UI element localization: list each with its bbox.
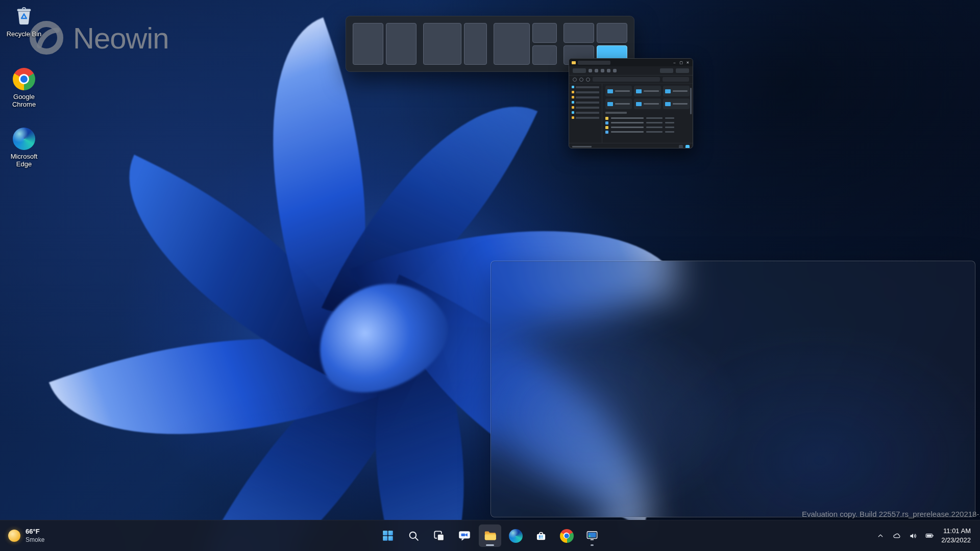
mini-command-bar	[569, 66, 693, 76]
mini-folder-tile[interactable]	[634, 86, 660, 96]
weather-temperature: 66°F	[26, 528, 40, 536]
snap-cell[interactable]	[494, 23, 530, 65]
search-icon	[407, 530, 420, 542]
nav-item[interactable]	[572, 101, 599, 104]
bloom-petal	[49, 272, 394, 501]
taskbar-center-icons	[377, 520, 603, 551]
desktop-icon-label: Google Chrome	[3, 93, 45, 109]
running-app-indicator	[591, 544, 594, 546]
snap-cell[interactable]	[597, 23, 627, 43]
file-explorer-icon	[483, 529, 497, 543]
start-icon	[381, 529, 395, 542]
sort-button[interactable]	[660, 68, 673, 73]
snap-cell[interactable]	[564, 23, 594, 43]
search-box[interactable]	[663, 77, 689, 82]
battery-icon	[925, 531, 934, 541]
screenshot-tool-button[interactable]	[581, 524, 603, 547]
nav-item[interactable]	[572, 86, 599, 88]
new-button[interactable]	[573, 68, 586, 73]
mini-file-row[interactable]	[605, 116, 690, 120]
mini-file-row[interactable]	[605, 125, 690, 130]
file-explorer-mini-window[interactable]: – ▢ ✕	[569, 58, 693, 148]
evaluation-watermark: Evaluation copy. Build 22557.rs_prerelea…	[802, 510, 980, 518]
snap-layout-left-with-stack	[494, 23, 557, 65]
back-icon[interactable]	[573, 78, 577, 82]
volume-button[interactable]	[905, 525, 921, 546]
taskbar-clock[interactable]: 11:01 AM 2/23/2022	[938, 527, 974, 544]
view-button[interactable]	[676, 68, 689, 73]
mini-scrollbar[interactable]	[690, 88, 692, 114]
close-button[interactable]: ✕	[685, 60, 690, 65]
mini-folder-tile[interactable]	[634, 98, 660, 109]
weather-widget[interactable]: 66°F Smoke	[0, 520, 53, 551]
nav-item[interactable]	[572, 111, 599, 114]
mini-section-label	[605, 112, 627, 114]
maximize-button[interactable]: ▢	[679, 60, 683, 65]
chrome-icon	[13, 68, 35, 90]
task-view-icon	[433, 530, 446, 542]
recycle-bin-icon	[12, 4, 36, 28]
nav-item[interactable]	[572, 106, 599, 109]
snap-cell[interactable]	[464, 23, 486, 65]
mini-address-bar	[569, 76, 693, 84]
neowin-logo: Neowin	[28, 19, 168, 56]
desktop-icon-microsoft-edge[interactable]: Microsoft Edge	[2, 128, 46, 168]
snap-cell[interactable]	[532, 23, 557, 43]
tiles-view-icon[interactable]	[685, 145, 690, 149]
delete-icon[interactable]	[613, 69, 617, 72]
desktop-icon-google-chrome[interactable]: Google Chrome	[2, 68, 46, 109]
mini-titlebar[interactable]: – ▢ ✕	[569, 59, 693, 66]
mini-folder-tile[interactable]	[663, 98, 690, 109]
bloom-petal	[84, 155, 398, 386]
bloom-petal	[189, 307, 427, 551]
mini-nav-pane	[569, 84, 602, 143]
snap-layout-two-columns	[353, 23, 416, 65]
chat-button[interactable]	[453, 524, 476, 547]
onedrive-button[interactable]	[889, 525, 904, 546]
details-view-icon[interactable]	[679, 145, 683, 149]
mini-file-row[interactable]	[605, 120, 690, 125]
search-button[interactable]	[402, 524, 425, 547]
rename-icon[interactable]	[607, 69, 610, 72]
edge-button[interactable]	[504, 524, 527, 547]
chrome-button[interactable]	[555, 524, 578, 547]
mini-file-row[interactable]	[605, 130, 690, 134]
snap-cell[interactable]	[386, 23, 416, 65]
snap-preview-region[interactable]	[491, 261, 975, 517]
address-breadcrumb[interactable]	[593, 77, 660, 82]
snap-cell[interactable]	[532, 45, 557, 65]
cut-icon[interactable]	[589, 69, 592, 72]
clock-date: 2/23/2022	[941, 536, 971, 545]
mini-folder-tile[interactable]	[663, 86, 690, 96]
nav-item[interactable]	[572, 116, 599, 119]
nav-item[interactable]	[572, 96, 599, 98]
hidden-icons-button[interactable]	[873, 525, 888, 546]
snap-cell[interactable]	[423, 23, 461, 65]
store-button[interactable]	[530, 524, 552, 547]
battery-button[interactable]	[922, 525, 937, 546]
screenshot-tool-icon	[585, 529, 599, 542]
chat-icon	[458, 529, 471, 542]
clock-time: 11:01 AM	[943, 527, 971, 536]
forward-icon[interactable]	[579, 78, 583, 82]
active-app-indicator	[486, 544, 494, 546]
copy-icon[interactable]	[595, 69, 598, 72]
desktop-icon-recycle-bin[interactable]: Recycle Bin	[2, 4, 46, 38]
show-desktop-button[interactable]	[974, 520, 980, 551]
minimize-button[interactable]: –	[672, 60, 677, 65]
paste-icon[interactable]	[601, 69, 604, 72]
snap-cell[interactable]	[353, 23, 383, 65]
start-button[interactable]	[377, 524, 399, 547]
chrome-icon	[560, 529, 574, 543]
file-explorer-button[interactable]	[479, 524, 501, 547]
mini-title-text	[578, 61, 610, 65]
mini-folder-tile[interactable]	[605, 98, 632, 109]
folder-icon	[572, 61, 576, 64]
mini-folder-tile[interactable]	[605, 86, 632, 96]
system-tray: 11:01 AM 2/23/2022	[873, 520, 980, 551]
nav-item[interactable]	[572, 91, 599, 93]
snap-layout-wide-left	[423, 23, 487, 65]
up-icon[interactable]	[586, 78, 590, 82]
item-count-text	[572, 146, 592, 147]
task-view-button[interactable]	[428, 524, 450, 547]
